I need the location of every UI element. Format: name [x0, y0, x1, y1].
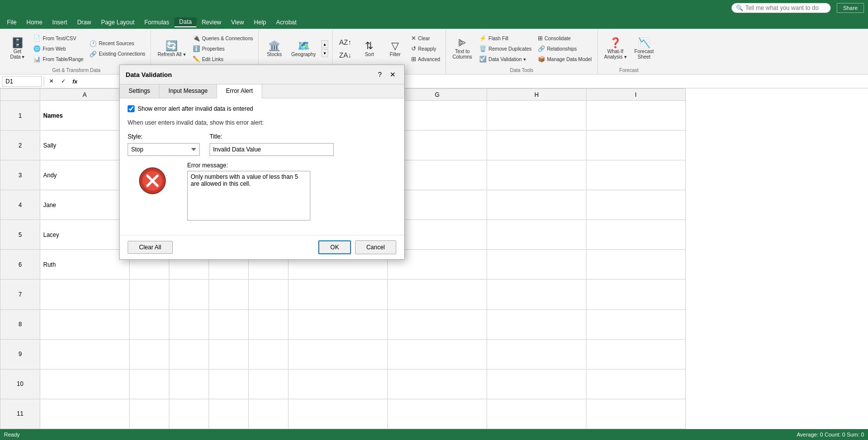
menu-data[interactable]: Data: [174, 17, 197, 27]
from-web-button[interactable]: 🌐 From Web: [31, 44, 86, 54]
cell-8-5[interactable]: [289, 309, 388, 339]
cell-9-5[interactable]: [289, 339, 388, 369]
from-text-csv-button[interactable]: 📄 From Text/CSV: [31, 33, 86, 43]
relationships-button[interactable]: 🔗 Relationships: [535, 44, 594, 54]
text-to-columns-button[interactable]: ⫸ Text toColumns: [449, 36, 475, 62]
manage-model-button[interactable]: 📦 Manage Data Model: [535, 54, 594, 64]
clear-button[interactable]: ✕ Clear: [409, 33, 442, 43]
cell-7-0[interactable]: [40, 280, 130, 309]
existing-connections-button[interactable]: 🔗 Existing Connections: [87, 49, 147, 59]
reapply-button[interactable]: ↺ Reapply: [409, 44, 442, 54]
cell-7-1[interactable]: [130, 280, 169, 309]
cell-6-0[interactable]: Ruth: [40, 250, 130, 280]
col-header-H[interactable]: H: [487, 89, 586, 101]
cell-10-3[interactable]: [209, 369, 249, 399]
title-input[interactable]: [210, 143, 334, 156]
cell-11-4[interactable]: [249, 399, 289, 429]
edit-links-button[interactable]: ✏️ Edit Links: [190, 54, 256, 64]
cell-11-6[interactable]: [388, 399, 487, 429]
cell-8-2[interactable]: [169, 309, 209, 339]
cancel-button[interactable]: Cancel: [355, 240, 396, 254]
clear-all-button[interactable]: Clear All: [128, 241, 173, 254]
cell-10-8[interactable]: [586, 369, 686, 399]
cell-4-7[interactable]: [487, 190, 586, 220]
tab-settings[interactable]: Settings: [120, 88, 159, 98]
forecast-sheet-button[interactable]: 📉 ForecastSheet: [631, 36, 657, 62]
sort-button[interactable]: ⇅ Sort: [357, 39, 382, 59]
cell-9-3[interactable]: [209, 339, 249, 369]
cell-4-0[interactable]: Jane: [40, 190, 130, 220]
cell-2-8[interactable]: [586, 131, 686, 160]
tell-me-bar[interactable]: 🔍: [731, 3, 831, 13]
data-validation-button[interactable]: ☑️ Data Validation ▾: [477, 54, 534, 64]
recent-sources-button[interactable]: 🕐 Recent Sources: [87, 39, 147, 49]
cell-5-8[interactable]: [586, 220, 686, 250]
cell-4-8[interactable]: [586, 190, 686, 220]
menu-page-layout[interactable]: Page Layout: [96, 18, 139, 27]
cell-1-0[interactable]: Names: [40, 101, 130, 131]
cell-10-7[interactable]: [487, 369, 586, 399]
cell-8-7[interactable]: [487, 309, 586, 339]
scroll-down-btn[interactable]: ▼: [321, 49, 328, 57]
cell-3-0[interactable]: Andy: [40, 160, 130, 190]
share-button[interactable]: Share: [837, 3, 864, 13]
cell-8-6[interactable]: [388, 309, 487, 339]
filter-button[interactable]: ▽ Filter: [383, 39, 408, 59]
queries-connections-button[interactable]: 🔌 Queries & Connections: [190, 33, 256, 43]
menu-acrobat[interactable]: Acrobat: [271, 18, 301, 27]
cell-ref-input[interactable]: [2, 76, 42, 87]
tab-error-alert[interactable]: Error Alert: [217, 88, 262, 98]
menu-view[interactable]: View: [226, 18, 249, 27]
cell-3-7[interactable]: [487, 160, 586, 190]
cell-11-1[interactable]: [130, 399, 169, 429]
tab-input-message[interactable]: Input Message: [159, 88, 217, 98]
cell-11-8[interactable]: [586, 399, 686, 429]
cell-5-7[interactable]: [487, 220, 586, 250]
cell-7-3[interactable]: [209, 280, 249, 309]
error-msg-textarea[interactable]: [187, 171, 310, 220]
cell-2-0[interactable]: Sally: [40, 131, 130, 160]
cell-6-8[interactable]: [586, 250, 686, 280]
cell-8-4[interactable]: [249, 309, 289, 339]
remove-duplicates-button[interactable]: 🗑️ Remove Duplicates: [477, 44, 534, 54]
menu-insert[interactable]: Insert: [47, 18, 72, 27]
cell-10-6[interactable]: [388, 369, 487, 399]
cell-6-7[interactable]: [487, 250, 586, 280]
cell-1-7[interactable]: [487, 101, 586, 131]
cell-10-2[interactable]: [169, 369, 209, 399]
refresh-all-button[interactable]: 🔄 Refresh All ▾: [154, 39, 189, 59]
cell-9-4[interactable]: [249, 339, 289, 369]
cell-11-7[interactable]: [487, 399, 586, 429]
col-header-I[interactable]: I: [586, 89, 686, 101]
cell-11-2[interactable]: [169, 399, 209, 429]
consolidate-button[interactable]: ⊞ Consolidate: [535, 33, 594, 43]
cell-7-6[interactable]: [388, 280, 487, 309]
ok-button[interactable]: OK: [318, 240, 351, 254]
cancel-formula-btn[interactable]: ✕: [46, 76, 56, 86]
menu-review[interactable]: Review: [197, 18, 226, 27]
cell-7-7[interactable]: [487, 280, 586, 309]
cell-10-4[interactable]: [249, 369, 289, 399]
col-header-A[interactable]: A: [40, 89, 130, 101]
confirm-formula-btn[interactable]: ✓: [58, 76, 68, 86]
cell-8-3[interactable]: [209, 309, 249, 339]
scroll-up-btn[interactable]: ▲: [321, 40, 328, 48]
cell-9-7[interactable]: [487, 339, 586, 369]
style-select[interactable]: Stop Warning Information: [128, 143, 200, 156]
cell-8-8[interactable]: [586, 309, 686, 339]
menu-file[interactable]: File: [2, 18, 21, 27]
cell-9-6[interactable]: [388, 339, 487, 369]
cell-11-0[interactable]: [40, 399, 130, 429]
menu-home[interactable]: Home: [21, 18, 47, 27]
cell-7-8[interactable]: [586, 280, 686, 309]
sort-az-button[interactable]: AZ↑: [336, 36, 355, 48]
cell-3-8[interactable]: [586, 160, 686, 190]
show-error-checkbox[interactable]: [128, 105, 135, 112]
stocks-button[interactable]: 🏛️ Stocks: [262, 39, 287, 59]
from-table-range-button[interactable]: 📊 From Table/Range: [31, 54, 86, 64]
geography-button[interactable]: 🗺️ Geography: [288, 39, 319, 59]
tell-me-input[interactable]: [745, 4, 825, 11]
what-if-button[interactable]: ❓ What-IfAnalysis ▾: [601, 36, 630, 62]
cell-8-0[interactable]: [40, 309, 130, 339]
menu-help[interactable]: Help: [249, 18, 271, 27]
